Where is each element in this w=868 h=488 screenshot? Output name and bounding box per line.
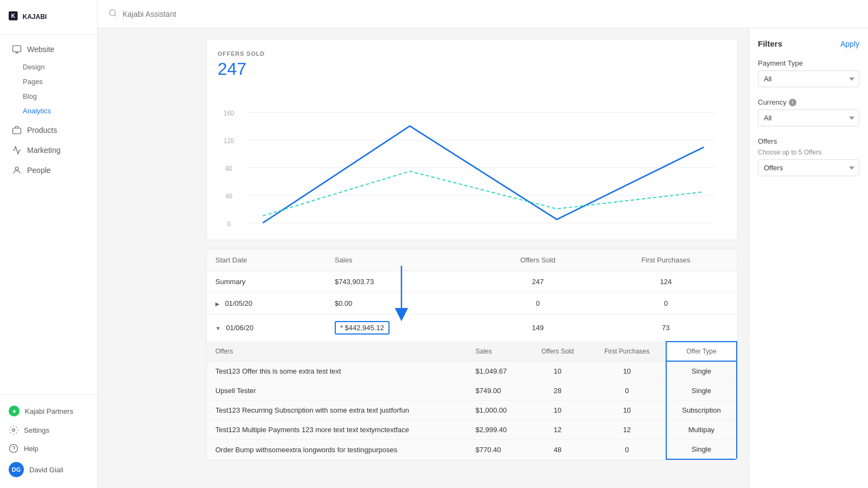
date-01-06: ▼ 01/06/20: [207, 314, 326, 342]
summary-offers-sold: 247: [481, 271, 594, 293]
fp-01-06: 73: [595, 314, 737, 342]
help-label: Help: [24, 445, 39, 453]
svg-rect-3: [13, 46, 21, 52]
sidebar-item-design[interactable]: Design: [0, 60, 97, 74]
svg-text:160: 160: [224, 110, 234, 117]
avatar: DG: [9, 462, 24, 477]
sub-table-row: Test123 Multiple Payments 123 more text …: [207, 420, 737, 440]
col-sales: Sales: [326, 249, 481, 271]
sub-offer-0: Test123 Offer this is some extra test te…: [207, 361, 467, 381]
offers-01-06: 149: [481, 314, 594, 342]
logo[interactable]: K KAJABI: [0, 0, 97, 35]
main-table: Start Date Sales Offers Sold First Purch…: [207, 249, 737, 341]
svg-text:Jan 8: Jan 8: [696, 227, 711, 229]
sidebar-item-analytics[interactable]: Analytics: [0, 104, 97, 118]
data-table: Start Date Sales Offers Sold First Purch…: [206, 249, 738, 460]
sidebar: K KAJABI Website Design Pages Blog Analy…: [0, 0, 98, 488]
sidebar-bottom: ★ Kajabi Partners Settings Help DG David…: [0, 394, 97, 488]
offers-sublabel: Choose up to 5 Offers: [758, 149, 859, 156]
table-row-01-05: ▶ 01/05/20 $0.00 0 0: [207, 293, 737, 314]
svg-text:40: 40: [225, 192, 232, 199]
svg-point-8: [10, 445, 18, 453]
sub-col-offers: Offers: [207, 342, 467, 361]
sub-os-4: 48: [527, 440, 588, 460]
svg-text:Jan 7: Jan 7: [549, 227, 564, 229]
expand-button-01-05[interactable]: ▶: [215, 301, 220, 307]
sub-table-row: Order Bump withsomeextra longwords for t…: [207, 440, 737, 460]
sub-offer-4: Order Bump withsomeextra longwords for t…: [207, 440, 467, 460]
sidebar-item-pages[interactable]: Pages: [0, 74, 97, 89]
sub-sales-1: $749.00: [467, 381, 527, 401]
sub-fp-0: 10: [588, 361, 666, 381]
highlighted-sales-value: * $442,945.12: [335, 321, 390, 335]
sub-col-offers-sold: Offers Sold: [527, 342, 588, 361]
filters-header: Filters Apply: [758, 39, 859, 48]
sub-table: Offers Sales Offers Sold First Purchases…: [207, 341, 737, 460]
sidebar-item-settings[interactable]: Settings: [0, 421, 97, 439]
filter-payment-type: Payment Type All: [758, 59, 859, 87]
sub-os-3: 12: [527, 420, 588, 440]
expand-button-01-06[interactable]: ▼: [215, 325, 221, 331]
sidebar-item-people-label: People: [27, 166, 51, 175]
filters-panel: Filters Apply Payment Type All Currency …: [749, 28, 868, 488]
fp-01-05: 0: [595, 293, 737, 314]
sidebar-item-blog[interactable]: Blog: [0, 89, 97, 104]
svg-text:0: 0: [227, 220, 231, 227]
sub-sales-0: $1,049.67: [467, 361, 527, 381]
sub-table-row: Upsell Tester $749.00 28 0 Single: [207, 381, 737, 401]
sidebar-item-website-label: Website: [27, 45, 54, 54]
sidebar-item-marketing-label: Marketing: [27, 146, 60, 155]
offers-label: Offers: [758, 137, 859, 145]
sub-fp-1: 0: [588, 381, 666, 401]
kajabi-partners-icon: ★: [9, 406, 20, 416]
table-row-01-06: ▼ 01/06/20 * $442,945.12 149 73: [207, 314, 737, 342]
filter-currency: Currency i All: [758, 98, 859, 126]
sub-offer-2: Test123 Recurring Subscription with some…: [207, 401, 467, 420]
sub-fp-4: 0: [588, 440, 666, 460]
chart-area: 0 40 80 120 160: [218, 88, 726, 229]
currency-label: Currency i: [758, 98, 859, 106]
col-first-purchases: First Purchases: [595, 249, 737, 271]
svg-text:Jan 6: Jan 6: [402, 227, 417, 229]
sidebar-item-products[interactable]: Products: [3, 120, 94, 140]
summary-sales: $743,903.73: [326, 271, 481, 293]
svg-point-6: [15, 167, 18, 170]
topbar: [98, 0, 868, 28]
col-offers-sold: Offers Sold: [481, 249, 594, 271]
sub-col-offer-type: Offer Type: [666, 342, 737, 361]
currency-select[interactable]: All: [758, 110, 859, 126]
sub-sales-3: $2,999.40: [467, 420, 527, 440]
sub-table-row: Test123 Offer this is some extra test te…: [207, 361, 737, 381]
offers-select[interactable]: Offers: [758, 159, 859, 176]
sales-01-05: $0.00: [326, 293, 481, 314]
payment-type-select[interactable]: All: [758, 70, 859, 87]
svg-text:120: 120: [224, 137, 234, 144]
sub-col-first-purchases: First Purchases: [588, 342, 666, 361]
sidebar-item-people[interactable]: People: [3, 160, 94, 180]
date-01-05: ▶ 01/05/20: [207, 293, 326, 314]
svg-point-10: [110, 10, 116, 16]
sales-01-06: * $442,945.12: [326, 314, 481, 342]
sidebar-item-kajabi-partners[interactable]: ★ Kajabi Partners: [0, 401, 97, 421]
svg-point-7: [12, 429, 15, 432]
sub-ot-2: Subscription: [666, 401, 737, 420]
sub-sales-4: $770.40: [467, 440, 527, 460]
sub-os-2: 10: [527, 401, 588, 420]
svg-text:80: 80: [225, 165, 232, 172]
sub-ot-4: Single: [666, 440, 737, 460]
user-profile[interactable]: DG David Giali: [0, 458, 97, 481]
user-name: David Giali: [29, 466, 63, 474]
sidebar-item-help[interactable]: Help: [0, 439, 97, 458]
sub-offer-3: Test123 Multiple Payments 123 more text …: [207, 420, 467, 440]
currency-info-icon[interactable]: i: [789, 99, 796, 106]
sidebar-item-marketing[interactable]: Marketing: [3, 140, 94, 160]
svg-text:KAJABI: KAJABI: [23, 13, 47, 21]
search-input[interactable]: [123, 10, 242, 18]
sidebar-item-website[interactable]: Website: [3, 40, 94, 59]
apply-button[interactable]: Apply: [840, 40, 859, 48]
sub-fp-2: 10: [588, 401, 666, 420]
search-icon: [108, 9, 117, 19]
sidebar-item-products-label: Products: [27, 126, 57, 134]
chart-label: OFFERS SOLD: [218, 50, 726, 57]
sub-os-1: 28: [527, 381, 588, 401]
